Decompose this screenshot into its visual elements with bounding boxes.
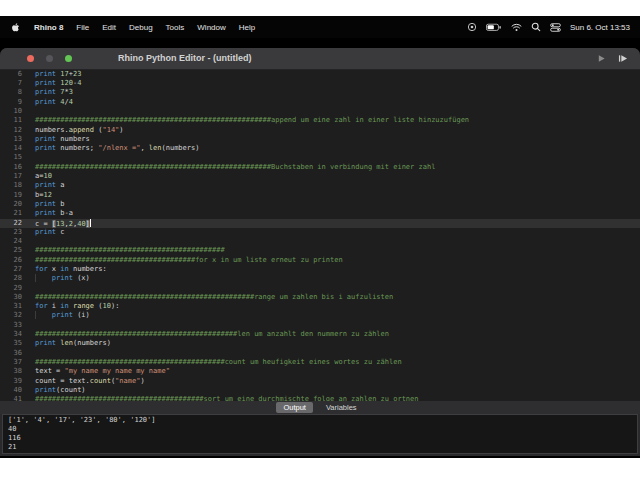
line-content: print numbers xyxy=(35,135,90,144)
code-line-27[interactable]: 27for x in numbers: xyxy=(0,265,640,274)
line-number[interactable]: 34 xyxy=(0,330,22,339)
code-line-31[interactable]: 31for i in range (10): xyxy=(0,302,640,311)
mac-screen: Rhino 8 File Edit Debug Tools Window Hel… xyxy=(0,16,640,458)
line-number[interactable]: 6 xyxy=(0,70,22,79)
code-line-10[interactable]: 10 xyxy=(0,107,640,116)
menu-item-window[interactable]: Window xyxy=(197,23,225,32)
menu-item-file[interactable]: File xyxy=(76,23,89,32)
line-number[interactable]: 25 xyxy=(0,246,22,255)
output-panel[interactable]: ['1', '4', '17', '23', '80', '120']40116… xyxy=(2,414,638,454)
code-line-11[interactable]: 11######################################… xyxy=(0,116,640,125)
code-line-25[interactable]: 25######################################… xyxy=(0,246,640,255)
line-number[interactable]: 35 xyxy=(0,339,22,348)
line-number[interactable]: 40 xyxy=(0,386,22,395)
line-number[interactable]: 39 xyxy=(0,377,22,386)
line-number[interactable]: 26 xyxy=(0,256,22,265)
code-line-29[interactable]: 29 xyxy=(0,284,640,293)
code-line-12[interactable]: 12numbers.append ("14") xyxy=(0,126,640,135)
line-number[interactable]: 38 xyxy=(0,367,22,376)
code-line-8[interactable]: 8print 7*3 xyxy=(0,88,640,97)
code-line-18[interactable]: 18print a xyxy=(0,181,640,190)
line-number[interactable]: 10 xyxy=(0,107,22,116)
menu-item-help[interactable]: Help xyxy=(239,23,255,32)
code-line-28[interactable]: 28 print (x) xyxy=(0,274,640,283)
line-content: ########################################… xyxy=(35,246,225,255)
line-number[interactable]: 31 xyxy=(0,302,22,311)
battery-icon[interactable] xyxy=(486,23,502,32)
menu-clock[interactable]: Sun 6. Oct 13:53 xyxy=(570,23,630,32)
line-number[interactable]: 13 xyxy=(0,135,22,144)
line-number[interactable]: 18 xyxy=(0,181,22,190)
code-line-30[interactable]: 30######################################… xyxy=(0,293,640,302)
minimize-button[interactable] xyxy=(46,55,53,62)
code-line-15[interactable]: 15 xyxy=(0,153,640,162)
line-content: a=10 xyxy=(35,172,52,181)
line-number[interactable]: 36 xyxy=(0,349,22,358)
line-number[interactable]: 7 xyxy=(0,79,22,88)
tab-variables[interactable]: Variables xyxy=(319,402,364,413)
code-line-17[interactable]: 17a=10 xyxy=(0,172,640,181)
close-button[interactable] xyxy=(27,55,34,62)
menu-item-rhino-8[interactable]: Rhino 8 xyxy=(34,23,63,32)
line-number[interactable]: 21 xyxy=(0,209,22,218)
apple-icon[interactable] xyxy=(10,22,21,33)
code-line-32[interactable]: 32 print (i) xyxy=(0,311,640,320)
code-line-13[interactable]: 13print numbers xyxy=(0,135,640,144)
code-line-7[interactable]: 7print 120-4 xyxy=(0,79,640,88)
zoom-button[interactable] xyxy=(65,55,72,62)
code-line-34[interactable]: 34######################################… xyxy=(0,330,640,339)
line-number[interactable]: 9 xyxy=(0,98,22,107)
code-line-37[interactable]: 37######################################… xyxy=(0,358,640,367)
code-line-36[interactable]: 36 xyxy=(0,349,640,358)
line-number[interactable]: 20 xyxy=(0,200,22,209)
line-number[interactable]: 23 xyxy=(0,228,22,237)
code-line-39[interactable]: 39count = text.count("name") xyxy=(0,377,640,386)
output-line: 116 xyxy=(8,434,632,443)
debug-play-icon[interactable] xyxy=(618,49,628,67)
line-number[interactable]: 14 xyxy=(0,144,22,153)
code-line-16[interactable]: 16######################################… xyxy=(0,163,640,172)
menu-item-tools[interactable]: Tools xyxy=(166,23,185,32)
line-number[interactable]: 30 xyxy=(0,293,22,302)
window-titlebar[interactable]: Rhino Python Editor - (untitled) xyxy=(0,48,640,70)
record-icon[interactable] xyxy=(467,22,477,32)
code-line-9[interactable]: 9print 4/4 xyxy=(0,98,640,107)
line-number[interactable]: 16 xyxy=(0,163,22,172)
code-line-35[interactable]: 35print len(numbers) xyxy=(0,339,640,348)
code-line-38[interactable]: 38text = "my name my name my name" xyxy=(0,367,640,376)
code-line-19[interactable]: 19b=12 xyxy=(0,191,640,200)
line-number[interactable]: 12 xyxy=(0,126,22,135)
code-line-33[interactable]: 33 xyxy=(0,321,640,330)
menu-item-debug[interactable]: Debug xyxy=(129,23,153,32)
code-line-24[interactable]: 24 xyxy=(0,237,640,246)
code-line-6[interactable]: 6print 17+23 xyxy=(0,70,640,79)
line-number[interactable]: 8 xyxy=(0,88,22,97)
code-line-22[interactable]: 22c = [13,2,40] xyxy=(0,219,640,228)
line-number[interactable]: 11 xyxy=(0,116,22,125)
code-area[interactable]: 6print 17+237print 120-48print 7*39print… xyxy=(0,70,640,401)
line-number[interactable]: 24 xyxy=(0,237,22,246)
code-line-26[interactable]: 26######################################… xyxy=(0,256,640,265)
code-line-40[interactable]: 40print(count) xyxy=(0,386,640,395)
line-number[interactable]: 15 xyxy=(0,153,22,162)
line-content: ######################################fo… xyxy=(35,256,343,265)
code-line-21[interactable]: 21print b-a xyxy=(0,209,640,218)
play-icon[interactable] xyxy=(597,49,606,67)
line-number[interactable]: 32 xyxy=(0,311,22,320)
line-number[interactable]: 19 xyxy=(0,191,22,200)
line-number[interactable]: 33 xyxy=(0,321,22,330)
code-line-14[interactable]: 14print numbers; "/nlenx =", len(numbers… xyxy=(0,144,640,153)
code-line-20[interactable]: 20print b xyxy=(0,200,640,209)
search-icon[interactable] xyxy=(531,22,541,32)
line-number[interactable]: 37 xyxy=(0,358,22,367)
menu-item-edit[interactable]: Edit xyxy=(102,23,116,32)
line-number[interactable]: 17 xyxy=(0,172,22,181)
code-line-23[interactable]: 23print c xyxy=(0,228,640,237)
control-center-icon[interactable] xyxy=(550,23,561,32)
tab-output[interactable]: Output xyxy=(276,402,313,413)
line-number[interactable]: 27 xyxy=(0,265,22,274)
line-number[interactable]: 28 xyxy=(0,274,22,283)
line-number[interactable]: 29 xyxy=(0,284,22,293)
line-number[interactable]: 22 xyxy=(0,219,22,228)
wifi-icon[interactable] xyxy=(511,23,522,32)
